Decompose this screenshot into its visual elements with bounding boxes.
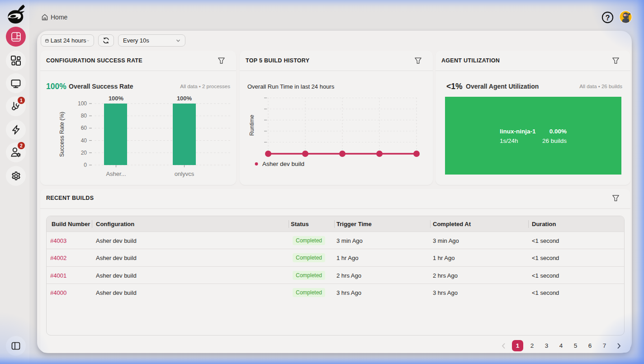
svg-text:Overall Success Rate: Overall Success Rate [69,83,133,90]
svg-text:40: 40 [81,137,87,144]
svg-text:linux-ninja-1: linux-ninja-1 [500,128,536,135]
svg-text:All data • 26 builds: All data • 26 builds [579,84,622,89]
svg-text:Overall Run Time in last 24 ho: Overall Run Time in last 24 hours [247,83,335,90]
svg-text:100: 100 [78,100,87,107]
svg-text:100%: 100% [109,95,124,102]
svg-text:1s/24h: 1s/24h [500,137,518,144]
svg-text:0.00%: 0.00% [549,128,567,135]
svg-text:100%: 100% [46,82,66,91]
svg-text:Overall Agent Utilization: Overall Agent Utilization [466,83,539,90]
svg-text:Success Rate (%): Success Rate (%) [59,112,65,157]
svg-text:20: 20 [81,150,87,156]
svg-text:26 builds: 26 builds [542,137,567,144]
svg-text:80: 80 [81,113,87,119]
svg-text:Runtime: Runtime [249,115,255,136]
svg-text:All data • 2 processes: All data • 2 processes [180,84,230,89]
svg-text:Asher...: Asher... [106,170,126,177]
svg-text:<1%: <1% [446,82,463,91]
svg-text:60: 60 [81,125,87,131]
svg-text:onlyvcs: onlyvcs [175,170,194,177]
svg-text:?: ? [605,14,610,22]
svg-text:0: 0 [84,162,87,168]
svg-text:Asher dev build: Asher dev build [262,161,304,167]
svg-text:100%: 100% [177,95,192,102]
